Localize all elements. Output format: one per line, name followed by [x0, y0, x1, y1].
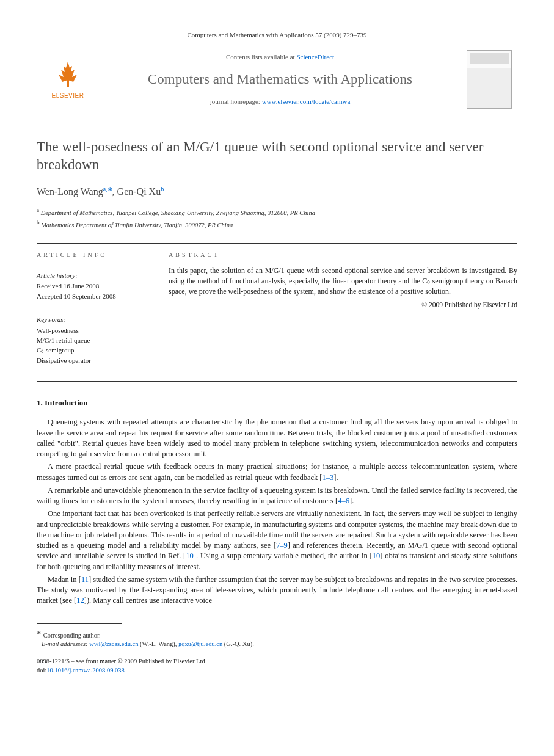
homepage-link[interactable]: www.elsevier.com/locate/camwa [262, 98, 351, 105]
history-title: Article history: [37, 271, 149, 280]
doi-link[interactable]: 10.1016/j.camwa.2008.09.038 [46, 667, 124, 674]
keyword-item: Well-posedness [37, 326, 149, 335]
info-abstract-row: ARTICLE INFO Article history: Received 1… [37, 243, 517, 382]
keyword-item: Dissipative operator [37, 356, 149, 365]
publisher-name: ELSEVIER [52, 92, 84, 100]
corresponding-author-note: ∗ Corresponding author. [37, 629, 517, 640]
keywords-title: Keywords: [37, 315, 149, 324]
abstract-text: In this paper, the solution of an M/G/1 … [169, 266, 517, 296]
front-matter-line: 0898-1221/$ – see front matter © 2009 Pu… [37, 657, 517, 666]
contents-available-line: Contents lists available at ScienceDirec… [104, 53, 456, 62]
author-1: Wen-Long Wang [37, 186, 103, 197]
journal-header: ELSEVIER Contents lists available at Sci… [37, 45, 517, 114]
abstract-copyright: © 2009 Published by Elsevier Ltd [169, 300, 517, 310]
ref-link[interactable]: 10 [186, 551, 194, 560]
footnote-separator [37, 623, 122, 624]
homepage-prefix: journal homepage: [210, 98, 262, 105]
ref-link[interactable]: 4–6 [338, 496, 349, 505]
doi-block: 0898-1221/$ – see front matter © 2009 Pu… [37, 657, 517, 675]
email-link-2[interactable]: gqxu@tju.edu.cn [178, 641, 222, 647]
author-2-affil: b [161, 186, 164, 192]
ref-link[interactable]: 12 [76, 596, 84, 605]
intro-para-2: A more practical retrial queue with feed… [37, 462, 517, 483]
keyword-item: C₀-semigroup [37, 346, 149, 355]
intro-para-5: Madan in [11] studied the same system wi… [37, 575, 517, 606]
section-1-heading: 1. Introduction [37, 398, 517, 409]
contents-prefix: Contents lists available at [226, 53, 296, 60]
article-info-column: ARTICLE INFO Article history: Received 1… [37, 244, 159, 381]
ref-link[interactable]: 11 [81, 575, 89, 584]
journal-cover-thumb [467, 50, 512, 109]
author-2: , Gen-Qi Xu [112, 186, 161, 197]
homepage-line: journal homepage: www.elsevier.com/locat… [104, 97, 456, 106]
cover-thumb-cell [462, 45, 517, 114]
abstract-label: ABSTRACT [169, 251, 517, 260]
citation-line: Computers and Mathematics with Applicati… [37, 31, 517, 40]
article-history-block: Article history: Received 16 June 2008 A… [37, 266, 149, 301]
ref-link[interactable]: 1–3 [323, 473, 334, 482]
header-center: Contents lists available at ScienceDirec… [98, 45, 462, 114]
sciencedirect-link[interactable]: ScienceDirect [296, 53, 334, 60]
intro-para-4: One important fact that has been overloo… [37, 509, 517, 572]
publisher-logo-cell: ELSEVIER [37, 45, 98, 114]
email-footnote: E-mail addresses: wwl@zscas.edu.cn (W.-L… [37, 640, 517, 649]
doi-line: doi:10.1016/j.camwa.2008.09.038 [37, 666, 517, 675]
email-link-1[interactable]: wwl@zscas.edu.cn [89, 641, 138, 647]
article-info-label: ARTICLE INFO [37, 251, 149, 260]
email-label: E-mail addresses: [42, 641, 88, 647]
author-line: Wen-Long Wanga,∗, Gen-Qi Xub [37, 185, 517, 199]
ref-link[interactable]: 10 [373, 551, 381, 560]
keyword-item: M/G/1 retrial queue [37, 336, 149, 345]
keywords-block: Keywords: Well-posedness M/G/1 retrial q… [37, 310, 149, 365]
author-1-affil: a,∗ [103, 186, 112, 192]
abstract-column: ABSTRACT In this paper, the solution of … [159, 244, 517, 381]
intro-para-1: Queueing systems with repeated attempts … [37, 417, 517, 459]
accepted-line: Accepted 10 September 2008 [37, 292, 149, 301]
received-line: Received 16 June 2008 [37, 282, 149, 291]
ref-link[interactable]: 7–9 [276, 541, 288, 550]
article-title: The well-posedness of an M/G/1 queue wit… [37, 139, 517, 174]
svg-rect-0 [67, 80, 69, 87]
journal-name: Computers and Mathematics with Applicati… [104, 70, 456, 89]
affiliations: a Department of Mathematics, Yuanpei Col… [37, 206, 517, 230]
intro-para-3: A remarkable and unavoidable phenomenon … [37, 485, 517, 507]
affiliation-b: b Mathematics Department of Tianjin Univ… [37, 219, 517, 230]
elsevier-tree-icon [53, 59, 83, 89]
affiliation-a: a Department of Mathematics, Yuanpei Col… [37, 206, 517, 217]
